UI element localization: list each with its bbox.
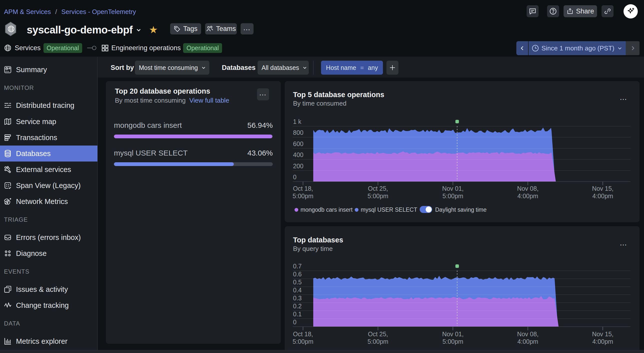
svg-text:Nov 01,: Nov 01, [442,185,464,192]
svg-text:5:00pm: 5:00pm [292,338,313,345]
svg-text:Nov 15,: Nov 15, [592,185,614,192]
svg-text:4:00pm: 4:00pm [517,192,538,199]
svg-text:800: 800 [293,129,304,136]
svg-text:600: 600 [293,140,304,147]
svg-text:5:00pm: 5:00pm [442,338,463,345]
svg-text:0.1: 0.1 [293,311,302,318]
svg-text:400: 400 [293,151,304,158]
svg-text:0: 0 [293,319,296,326]
svg-text:200: 200 [293,163,304,170]
svg-text:4:00pm: 4:00pm [592,338,613,345]
svg-text:Nov 08,: Nov 08, [517,331,538,338]
svg-text:1 k: 1 k [293,118,302,125]
svg-text:Oct 18,: Oct 18, [293,331,313,338]
svg-text:0.4: 0.4 [293,287,302,294]
svg-text:0.5: 0.5 [293,279,302,286]
svg-text:0: 0 [293,174,296,180]
svg-text:0.7: 0.7 [293,263,302,270]
svg-text:Nov 15,: Nov 15, [592,331,614,338]
svg-text:5:00pm: 5:00pm [368,338,388,345]
svg-text:4:00pm: 4:00pm [517,338,538,345]
svg-text:5:00pm: 5:00pm [368,192,388,199]
svg-text:4:00pm: 4:00pm [592,192,613,199]
svg-text:Oct 25,: Oct 25, [368,185,388,192]
svg-text:Oct 25,: Oct 25, [368,331,388,338]
svg-text:Nov 01,: Nov 01, [442,331,464,338]
svg-text:0.6: 0.6 [293,271,302,278]
svg-text:0.2: 0.2 [293,303,302,310]
svg-text:Oct 18,: Oct 18, [293,185,313,192]
svg-text:0.3: 0.3 [293,295,302,302]
svg-text:Nov 08,: Nov 08, [517,185,538,192]
svg-text:5:00pm: 5:00pm [292,192,313,199]
svg-text:5:00pm: 5:00pm [442,192,463,199]
